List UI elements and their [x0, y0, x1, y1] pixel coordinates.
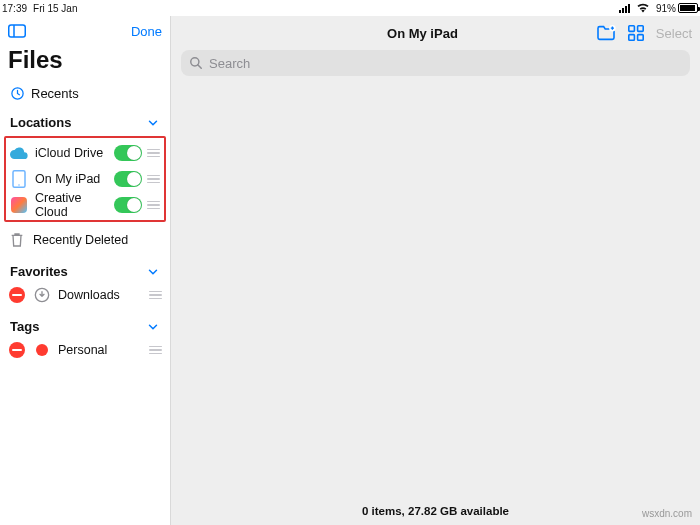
section-head-locations[interactable]: Locations — [8, 113, 162, 132]
section-title: Tags — [10, 319, 39, 334]
done-button[interactable]: Done — [131, 24, 162, 39]
recents-button[interactable]: Recents — [8, 82, 162, 111]
battery-pct: 91% — [656, 3, 676, 14]
svg-rect-10 — [637, 35, 643, 41]
location-label: Creative Cloud — [35, 191, 107, 219]
location-row-onmyipad[interactable]: On My iPad — [10, 167, 160, 191]
location-label: On My iPad — [35, 172, 107, 186]
search-input[interactable]: Search — [181, 50, 690, 76]
toggle-creativecloud[interactable] — [114, 197, 142, 213]
locations-highlight: iCloud Drive On My iPad Creative Cloud — [4, 136, 166, 222]
status-date: Fri 15 Jan — [33, 3, 77, 14]
trash-icon — [8, 231, 26, 249]
search-container: Search — [171, 50, 700, 84]
sidebar-title: Files — [8, 44, 162, 80]
status-bar: 17:39 Fri 15 Jan 91% — [0, 0, 700, 16]
section-title: Locations — [10, 115, 71, 130]
recently-deleted-row[interactable]: Recently Deleted — [8, 228, 162, 252]
reorder-handle-icon[interactable] — [147, 175, 160, 184]
select-button: Select — [656, 26, 692, 41]
svg-line-12 — [198, 65, 202, 69]
svg-rect-0 — [9, 25, 26, 37]
battery-fill — [680, 5, 695, 11]
recently-deleted-label: Recently Deleted — [33, 233, 162, 247]
cellular-icon — [619, 4, 630, 13]
watermark: wsxdn.com — [642, 508, 692, 519]
chevron-down-icon — [146, 265, 160, 279]
content-footer: 0 items, 27.82 GB available — [171, 497, 700, 525]
content-area: On My iPad Select Search 0 items, 27.82 … — [170, 16, 700, 525]
chevron-down-icon — [146, 320, 160, 334]
tag-color-icon — [33, 341, 51, 359]
section-head-favorites[interactable]: Favorites — [8, 262, 162, 281]
reorder-handle-icon[interactable] — [149, 346, 162, 355]
icloud-icon — [10, 144, 28, 162]
status-time: 17:39 — [2, 3, 27, 14]
recents-label: Recents — [31, 86, 79, 101]
tag-row-personal[interactable]: Personal — [8, 338, 162, 362]
view-mode-icon[interactable] — [628, 25, 644, 41]
downloads-icon — [33, 286, 51, 304]
reorder-handle-icon[interactable] — [149, 291, 162, 300]
tag-label: Personal — [58, 343, 142, 357]
location-row-icloud[interactable]: iCloud Drive — [10, 141, 160, 165]
chevron-down-icon — [146, 116, 160, 130]
svg-rect-8 — [637, 26, 643, 32]
content-title: On My iPad — [259, 26, 586, 41]
section-head-tags[interactable]: Tags — [8, 317, 162, 336]
reorder-handle-icon[interactable] — [147, 149, 160, 158]
content-navbar: On My iPad Select — [171, 16, 700, 50]
location-label: iCloud Drive — [35, 146, 107, 160]
toggle-onmyipad[interactable] — [114, 171, 142, 187]
reorder-handle-icon[interactable] — [147, 201, 160, 210]
wifi-icon — [636, 3, 650, 13]
svg-rect-7 — [629, 26, 635, 32]
svg-point-4 — [18, 184, 20, 186]
content-body[interactable] — [171, 84, 700, 497]
creative-cloud-icon — [10, 196, 28, 214]
svg-rect-9 — [629, 35, 635, 41]
toggle-icloud[interactable] — [114, 145, 142, 161]
location-row-creativecloud[interactable]: Creative Cloud — [10, 193, 160, 217]
search-placeholder: Search — [209, 56, 250, 71]
battery-indicator: 91% — [656, 3, 698, 14]
remove-icon[interactable] — [8, 341, 26, 359]
sidebar: Done Files Recents Locations iCloud Driv… — [0, 16, 170, 525]
app-window: Done Files Recents Locations iCloud Driv… — [0, 16, 700, 525]
clock-icon — [10, 86, 25, 101]
toggle-sidebar-icon[interactable] — [8, 24, 26, 38]
new-folder-icon[interactable] — [596, 25, 616, 41]
ipad-icon — [10, 170, 28, 188]
favorite-label: Downloads — [58, 288, 142, 302]
favorite-row-downloads[interactable]: Downloads — [8, 283, 162, 307]
remove-icon[interactable] — [8, 286, 26, 304]
search-icon — [189, 56, 203, 70]
section-title: Favorites — [10, 264, 68, 279]
